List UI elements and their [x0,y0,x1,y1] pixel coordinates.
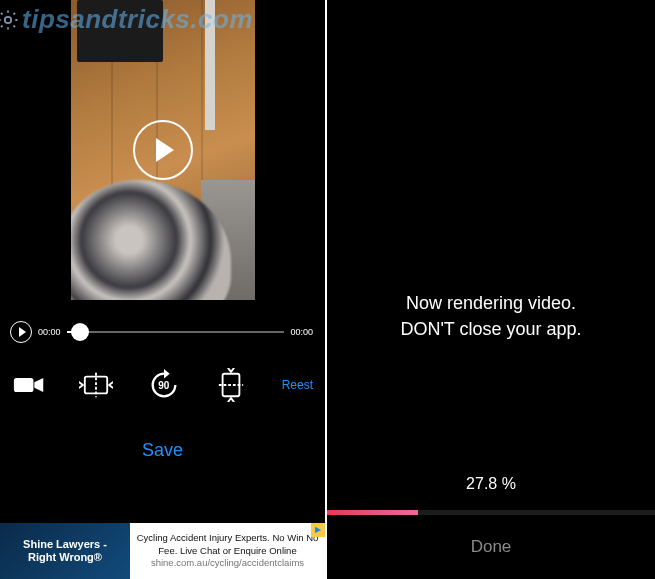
progress-bar [327,510,655,515]
rendering-message: Now rendering video. DON'T close your ap… [327,290,655,342]
svg-point-0 [5,16,11,22]
ad-body-line2: Fee. Live Chat or Enquire Online [158,545,296,557]
rendering-message-line1: Now rendering video. [327,290,655,316]
video-thumbnail[interactable] [71,0,255,300]
save-button[interactable]: Save [142,440,183,460]
flip-vertical-icon [217,368,245,402]
rendering-message-line2: DON'T close your app. [327,316,655,342]
play-button[interactable] [10,321,32,343]
time-total: 00:00 [290,327,313,337]
flip-vertical-button[interactable] [214,370,248,400]
progress-fill [327,510,418,515]
rotate-90-label: 90 [158,380,169,391]
svg-rect-1 [14,378,34,392]
scrubber-thumb[interactable] [71,323,89,341]
ad-body-line1: Cycling Accident Injury Experts. No Win … [137,532,319,544]
ad-title-line2: Right Wrong® [23,551,107,564]
gear-icon [0,8,20,32]
video-editor-screen: 00:00 00:00 [0,0,327,579]
rotate-90-button[interactable]: 90 [147,370,181,400]
ad-banner[interactable]: Shine Lawyers - Right Wrong® ▶ Cycling A… [0,523,325,579]
toolbar: 90 Reest [0,350,325,406]
play-icon [19,327,26,337]
watermark-text: tipsandtricks.com [22,4,253,35]
watermark: tipsandtricks.com [0,4,253,35]
scrubber-track[interactable] [67,331,285,333]
ad-title: Shine Lawyers - Right Wrong® [0,523,130,579]
ad-title-line1: Shine Lawyers - [23,538,107,551]
camera-icon [13,374,45,396]
ad-body: ▶ Cycling Accident Injury Experts. No Wi… [130,523,325,579]
reset-button[interactable]: Reest [282,378,313,392]
flip-horizontal-button[interactable] [79,370,113,400]
progress-percent: 27.8 % [327,475,655,493]
video-preview-area [0,0,325,310]
scrubber-row: 00:00 00:00 [0,310,325,350]
play-overlay-button[interactable] [133,120,193,180]
adchoices-icon[interactable]: ▶ [311,523,325,537]
time-current: 00:00 [38,327,61,337]
flip-horizontal-icon [79,371,113,399]
rendering-screen: Now rendering video. DON'T close your ap… [327,0,655,579]
done-button[interactable]: Done [327,537,655,557]
ad-body-line3: shine.com.au/cycling/accidentclaims [151,557,304,569]
play-icon [156,138,174,162]
camera-button[interactable] [12,370,46,400]
